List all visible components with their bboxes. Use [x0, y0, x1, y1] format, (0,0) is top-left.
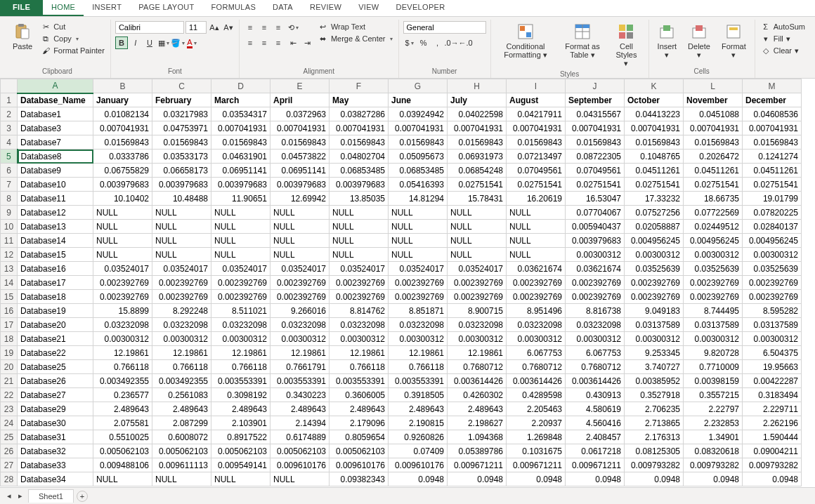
increase-decimal-icon[interactable]: .0→	[445, 37, 458, 49]
cell-styles-icon	[617, 22, 635, 41]
svg-rect-2	[21, 29, 29, 39]
merge-center-button[interactable]: ⬌Merge & Center▾	[317, 33, 394, 44]
alignment-group: ≡ ≡ ≡ ≡ ≡ ≡ ⟲ ⇤ ⇥ ↩Wrap Text ⬌Mer	[240, 20, 399, 78]
svg-rect-1	[18, 24, 24, 27]
eraser-icon: ◇	[761, 46, 771, 55]
scissors-icon: ✂	[41, 22, 51, 32]
editing-group: ΣAutoSum ▾Fill ▾ ◇Clear ▾	[755, 20, 811, 78]
ribbon-tab-view[interactable]: VIEW	[350, 0, 387, 16]
increase-indent-icon[interactable]: ⇥	[301, 37, 314, 49]
align-left-icon[interactable]: ≡	[244, 37, 256, 49]
ribbon-tab-insert[interactable]: INSERT	[84, 0, 130, 16]
svg-rect-4	[520, 26, 525, 31]
delete-icon	[690, 22, 708, 41]
number-format-select[interactable]	[403, 21, 486, 34]
merge-icon: ⬌	[318, 34, 328, 44]
sigma-icon: Σ	[761, 22, 771, 32]
ribbon-tab-home[interactable]: HOME	[43, 0, 84, 16]
svg-rect-11	[627, 25, 633, 31]
wrap-text-button[interactable]: ↩Wrap Text	[317, 21, 394, 32]
decrease-decimal-icon[interactable]: ←.0	[459, 37, 472, 49]
accounting-format-button[interactable]: $	[403, 37, 416, 49]
copy-icon: ⧉	[41, 34, 51, 44]
underline-button[interactable]: U	[143, 37, 156, 49]
table-icon	[573, 22, 592, 41]
paste-label: Paste	[13, 42, 32, 51]
cells-group: Insert▾ Delete▾ Format▾ Cells	[649, 20, 755, 78]
cell-styles-button[interactable]: Cell Styles ▾	[608, 21, 644, 69]
italic-button[interactable]: I	[129, 37, 142, 49]
decrease-indent-icon[interactable]: ⇤	[287, 37, 300, 49]
clipboard-group-label: Clipboard	[8, 66, 106, 78]
svg-rect-12	[619, 32, 625, 39]
wrap-icon: ↩	[318, 22, 328, 32]
border-button[interactable]: ▦	[157, 37, 170, 49]
ribbon-tab-developer[interactable]: DEVELOPER	[387, 0, 453, 16]
fill-button[interactable]: ▾Fill ▾	[759, 33, 807, 44]
number-group: $ % , .0→ ←.0 Number	[399, 20, 491, 78]
ribbon-tab-bar: FILE HOMEINSERTPAGE LAYOUTFORMULASDATARE…	[0, 0, 815, 17]
bold-button[interactable]: B	[115, 37, 128, 49]
format-painter-button[interactable]: 🖌Format Painter	[39, 45, 106, 56]
font-name-select[interactable]	[115, 21, 184, 34]
styles-group-label: Styles	[495, 69, 644, 79]
fill-color-button[interactable]: 🪣	[171, 37, 184, 49]
svg-rect-19	[729, 27, 738, 30]
ribbon: Paste ✂Cut ⧉Copy▾ 🖌Format Painter Clipbo…	[0, 17, 815, 79]
percent-format-button[interactable]: %	[417, 37, 430, 49]
clear-button[interactable]: ◇Clear ▾	[759, 45, 807, 56]
font-color-button[interactable]: A	[185, 37, 198, 49]
paste-button[interactable]: Paste	[8, 21, 37, 52]
insert-icon	[658, 22, 676, 41]
cells-group-label: Cells	[653, 66, 750, 78]
copy-button[interactable]: ⧉Copy▾	[39, 33, 106, 44]
styles-group: Conditional Formatting ▾ Format as Table…	[491, 20, 649, 78]
font-group-label: Font	[115, 66, 235, 78]
file-tab[interactable]: FILE	[0, 0, 43, 16]
svg-rect-5	[526, 32, 531, 37]
svg-rect-17	[696, 25, 703, 31]
format-cells-button[interactable]: Format▾	[717, 21, 750, 60]
format-as-table-button[interactable]: Format as Table ▾	[559, 21, 606, 60]
alignment-group-label: Alignment	[244, 66, 394, 78]
ribbon-tab-formulas[interactable]: FORMULAS	[203, 0, 265, 16]
comma-format-button[interactable]: ,	[431, 37, 444, 49]
svg-rect-10	[619, 25, 625, 31]
number-group-label: Number	[403, 66, 486, 78]
paste-icon	[13, 22, 32, 41]
decrease-font-icon[interactable]: A▾	[222, 21, 235, 34]
align-bottom-icon[interactable]: ≡	[272, 21, 285, 34]
clipboard-group: Paste ✂Cut ⧉Copy▾ 🖌Format Painter Clipbo…	[4, 20, 111, 78]
align-center-icon[interactable]: ≡	[258, 37, 270, 49]
cut-button[interactable]: ✂Cut	[39, 21, 106, 32]
conditional-icon	[516, 22, 535, 41]
align-middle-icon[interactable]: ≡	[258, 21, 270, 34]
ribbon-tab-page-layout[interactable]: PAGE LAYOUT	[130, 0, 202, 16]
font-size-select[interactable]	[185, 21, 207, 34]
align-top-icon[interactable]: ≡	[244, 21, 256, 34]
fill-down-icon: ▾	[761, 34, 771, 44]
ribbon-tab-data[interactable]: DATA	[264, 0, 301, 16]
increase-font-icon[interactable]: A▴	[208, 21, 221, 34]
svg-rect-13	[627, 32, 633, 39]
delete-cells-button[interactable]: Delete▾	[684, 21, 715, 60]
autosum-button[interactable]: ΣAutoSum	[759, 21, 807, 32]
align-right-icon[interactable]: ≡	[272, 37, 285, 49]
format-icon	[724, 22, 743, 41]
bucket-icon: 🪣	[171, 39, 181, 48]
insert-cells-button[interactable]: Insert▾	[653, 21, 682, 60]
conditional-formatting-button[interactable]: Conditional Formatting ▾	[495, 21, 556, 60]
orientation-button[interactable]: ⟲	[287, 21, 300, 34]
paintbrush-icon: 🖌	[41, 46, 51, 55]
ribbon-tab-review[interactable]: REVIEW	[301, 0, 350, 16]
svg-rect-15	[663, 25, 670, 31]
svg-rect-18	[727, 25, 740, 38]
font-group: A▴ A▾ B I U ▦ 🪣 A Font	[111, 20, 240, 78]
